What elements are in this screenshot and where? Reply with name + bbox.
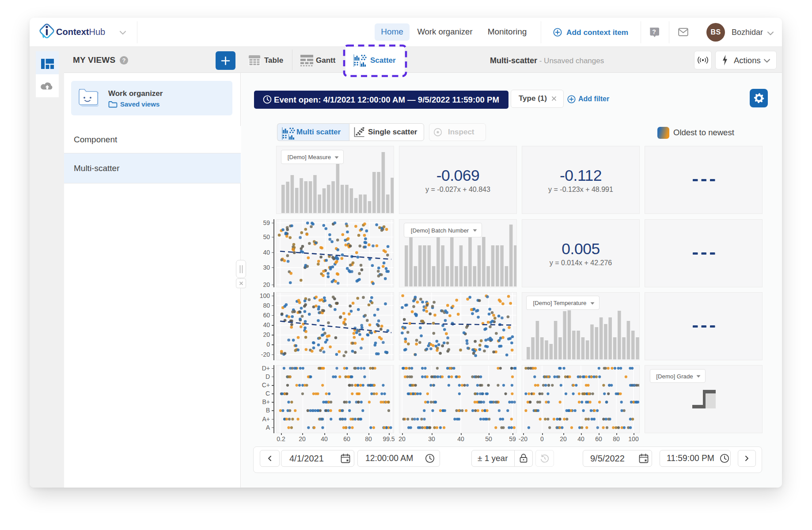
svg-text:?: ? <box>122 57 126 64</box>
svg-text:?: ? <box>652 28 656 35</box>
